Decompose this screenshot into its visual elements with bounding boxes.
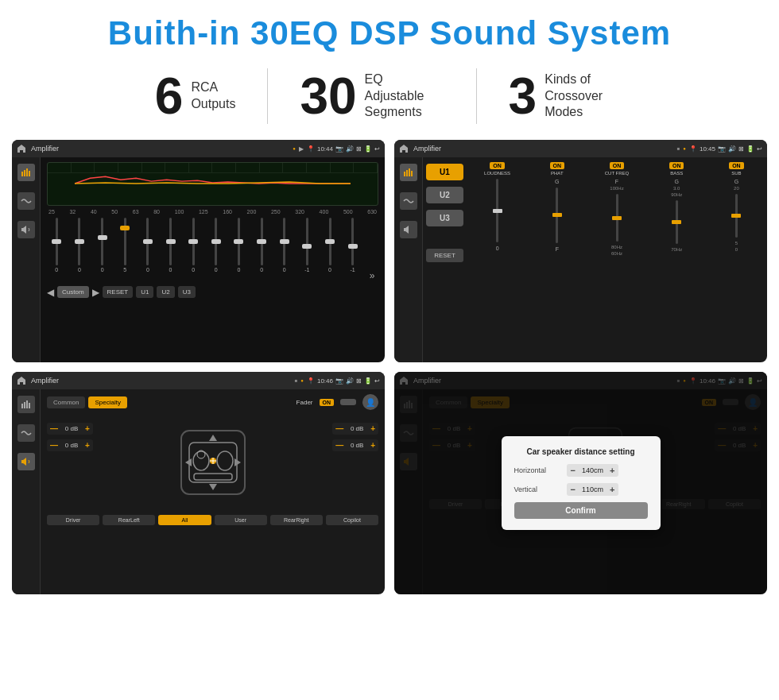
eq-slider-14[interactable]: -1	[343, 218, 362, 281]
eq-u3-btn[interactable]: U3	[178, 286, 196, 298]
eq-main-area: 253240506380100125160200250320400500630 …	[41, 157, 385, 362]
amp2-wave-icon[interactable]	[400, 192, 417, 210]
fader-sidebar	[12, 389, 41, 594]
tab-common[interactable]: Common	[47, 396, 85, 408]
eq-slider-10[interactable]: 0	[252, 218, 272, 281]
back-icon-2: ↩	[757, 145, 762, 153]
fader-screen: Amplifier ■ ● 📍 10:46 📷 🔊 ⊠ 🔋 ↩	[12, 372, 385, 594]
rr-minus[interactable]: —	[335, 441, 343, 450]
eq-custom-btn[interactable]: Custom	[57, 286, 89, 298]
eq-slider-11[interactable]: 0	[274, 218, 294, 281]
svg-rect-12	[29, 403, 30, 408]
eq-slider-5[interactable]: 0	[138, 218, 158, 281]
fader-content: Common Specialty Fader ON 👤 — 0 dB	[12, 389, 385, 594]
rr-plus[interactable]: +	[370, 441, 375, 450]
u2-btn[interactable]: U2	[426, 187, 463, 203]
stat-rca: 6 RCAOutputs	[123, 71, 268, 122]
eq-u2-btn[interactable]: U2	[157, 286, 174, 298]
eq-slider-2[interactable]: 0	[70, 218, 90, 281]
amp2-eq-icon[interactable]	[400, 164, 417, 181]
status-app-1: Amplifier	[31, 145, 289, 153]
vertical-plus[interactable]: +	[610, 485, 614, 494]
fr-minus[interactable]: —	[335, 424, 343, 433]
signal-icon-2: ⊠	[738, 145, 744, 153]
camera-icon-1: 📷	[335, 145, 343, 153]
btn-user[interactable]: User	[215, 515, 267, 525]
dialog-vertical-row: Vertical − 110cm +	[514, 483, 648, 496]
eq-prev-icon[interactable]: ◀	[47, 287, 54, 298]
horizontal-value: 140cm	[579, 466, 607, 474]
dialog-screen: Amplifier ■ ● 📍 10:46 📷 🔊 ⊠ 🔋 ↩	[394, 372, 767, 594]
stats-row: 6 RCAOutputs 30 EQ AdjustableSegments 3 …	[0, 60, 779, 136]
eq-sidebar-speaker-icon[interactable]	[17, 221, 35, 238]
eq-play-icon[interactable]: ▶	[92, 287, 99, 298]
u1-btn[interactable]: U1	[426, 164, 463, 180]
eq-graph-svg	[48, 163, 378, 205]
fr-plus[interactable]: +	[370, 424, 375, 433]
eq-slider-1[interactable]: 0	[47, 218, 67, 281]
eq-more-icon[interactable]: »	[366, 270, 378, 281]
fl-minus[interactable]: —	[50, 424, 58, 433]
battery-icon-3: 🔋	[364, 377, 372, 385]
stat-number-crossover: 3	[509, 71, 537, 122]
amp2-speaker-icon[interactable]	[400, 221, 417, 238]
btn-copilot[interactable]: Copilot	[326, 515, 378, 525]
status-time-3: 10:46	[317, 377, 333, 385]
vertical-label: Vertical	[514, 485, 562, 493]
eq-slider-13[interactable]: 0	[320, 218, 340, 281]
status-bar-3: Amplifier ■ ● 📍 10:46 📷 🔊 ⊠ 🔋 ↩	[12, 372, 385, 389]
speaker-layout: — 0 dB + — 0 dB +	[47, 415, 378, 510]
eq-slider-8[interactable]: 0	[206, 218, 226, 281]
person-icon: 👤	[362, 394, 378, 410]
zone-rl: — 0 dB +	[47, 439, 93, 451]
fl-val: 0 dB	[60, 425, 83, 432]
tab-specialty[interactable]: Specialty	[88, 396, 126, 408]
status-time-1: 10:44	[317, 145, 333, 153]
btn-driver[interactable]: Driver	[47, 515, 99, 525]
pin-icon-2: 📍	[689, 145, 697, 153]
eq-reset-btn[interactable]: RESET	[103, 286, 134, 298]
svg-marker-22	[209, 435, 217, 441]
rr-val: 0 dB	[346, 442, 368, 449]
zone-fr: — 0 dB +	[332, 423, 378, 435]
fader-slider-mini[interactable]	[340, 399, 356, 405]
camera-icon-3: 📷	[335, 377, 343, 385]
rl-plus[interactable]: +	[85, 441, 90, 450]
svg-rect-8	[411, 171, 413, 176]
eq-bottom-controls: ◀ Custom ▶ RESET U1 U2 U3	[47, 286, 378, 298]
eq-slider-12[interactable]: -1	[297, 218, 317, 281]
confirm-button[interactable]: Confirm	[514, 502, 648, 519]
eq-slider-4[interactable]: 5	[115, 218, 135, 281]
fader-on-badge[interactable]: ON	[320, 399, 335, 406]
eq-sidebar-eq-icon[interactable]	[17, 164, 35, 181]
eq-slider-3[interactable]: 0	[92, 218, 112, 281]
fader-eq-icon[interactable]	[17, 396, 35, 413]
horizontal-plus[interactable]: +	[610, 466, 614, 475]
status-time-2: 10:45	[700, 145, 715, 153]
fader-speaker-icon[interactable]	[17, 453, 35, 470]
eq-slider-7[interactable]: 0	[184, 218, 203, 281]
btn-all[interactable]: All	[158, 515, 211, 525]
btn-rearleft[interactable]: RearLeft	[103, 515, 155, 525]
home-icon-2	[399, 144, 409, 153]
amp2-reset-btn[interactable]: RESET	[426, 249, 463, 262]
left-controls: — 0 dB + — 0 dB +	[47, 415, 93, 451]
fader-wave-icon[interactable]	[17, 424, 35, 442]
pin-icon-1: 📍	[307, 145, 315, 153]
eq-slider-6[interactable]: 0	[161, 218, 180, 281]
stat-number-eq: 30	[300, 71, 356, 122]
channel-loudness: ON LOUDNESS 0	[470, 162, 525, 358]
eq-u1-btn[interactable]: U1	[136, 286, 153, 298]
eq-slider-9[interactable]: 0	[229, 218, 249, 281]
rl-val: 0 dB	[60, 442, 83, 449]
rl-minus[interactable]: —	[50, 441, 58, 450]
svg-rect-7	[409, 168, 410, 176]
btn-rearright[interactable]: RearRight	[270, 515, 323, 525]
vertical-minus[interactable]: −	[571, 485, 576, 494]
svg-rect-2	[26, 168, 28, 176]
eq-sidebar-wave-icon[interactable]	[17, 192, 35, 210]
horizontal-minus[interactable]: −	[571, 466, 576, 475]
u3-btn[interactable]: U3	[426, 210, 463, 226]
bottom-buttons-3: Driver RearLeft All User RearRight Copil…	[47, 515, 378, 525]
fl-plus[interactable]: +	[85, 424, 90, 433]
